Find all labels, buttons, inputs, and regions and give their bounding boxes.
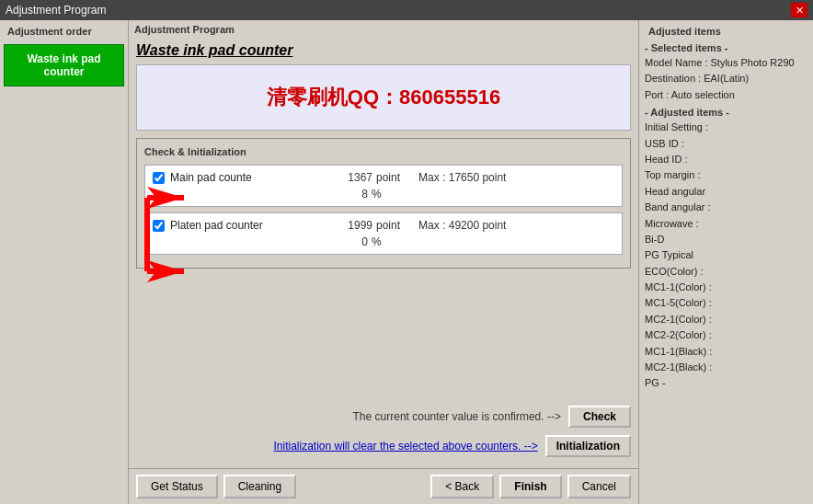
platen-pad-unit: point [376, 219, 400, 232]
initialization-button[interactable]: Initialization [545, 435, 631, 457]
platen-pad-counter-row: Platen pad counter 1999 point Max : 4920… [144, 212, 623, 255]
bi-d: Bi-D [645, 232, 807, 247]
adjusted-items-header: - Adjusted items - [645, 107, 807, 118]
platen-pad-value: 1999 [317, 219, 372, 232]
main-pad-unit: point [376, 171, 400, 184]
mc11-color: MC1-1(Color) : [645, 280, 807, 295]
usb-id: USB ID : [645, 136, 807, 152]
cancel-button[interactable]: Cancel [567, 475, 631, 498]
mc21-color: MC2-1(Color) : [645, 312, 807, 327]
init-area: Initialization will clear the selected a… [136, 435, 631, 457]
platen-pad-pct: 0 [313, 235, 368, 248]
band-angular: Band angular : [645, 200, 807, 215]
top-margin: Top margin : [645, 167, 807, 183]
check-init-section: Check & Initialization Main pad counte 1… [136, 138, 631, 269]
platen-pad-pct-unit: % [372, 235, 382, 248]
port: Port : Auto selection [645, 87, 807, 103]
main-pad-bottom: 8 % [153, 188, 614, 200]
mc22-color: MC2-2(Color) : [645, 327, 807, 343]
mc11-black: MC1-1(Black) : [645, 344, 807, 360]
pg: PG - [645, 375, 807, 391]
init-text: Initialization will clear the selected a… [274, 440, 538, 452]
center-panel-header: Adjustment Program [129, 20, 638, 39]
main-pad-counter-row: Main pad counte 1367 point Max : 17650 p… [144, 165, 623, 207]
title-bar: Adjustment Program ✕ [0, 0, 813, 20]
page-title: Waste ink pad counter [136, 42, 292, 58]
platen-pad-bottom: 0 % [153, 235, 614, 248]
mc21-black: MC2-1(Black) : [645, 360, 807, 375]
model-name: Model Name : Stylus Photo R290 [645, 55, 807, 71]
left-panel-title: Adjustment order [4, 24, 124, 39]
main-pad-max: Max : 17650 point [418, 171, 506, 184]
confirm-area: The current counter value is confirmed. … [136, 402, 631, 431]
check-button[interactable]: Check [568, 406, 631, 428]
banner-area: 清零刷机QQ：860655516 [136, 64, 631, 131]
close-button[interactable]: ✕ [791, 3, 807, 17]
mc15-color: MC1-5(Color) : [645, 295, 807, 311]
head-angular: Head angular [645, 184, 807, 200]
destination: Destination : EAI(Latin) [645, 71, 807, 86]
sidebar-item-waste-ink[interactable]: Waste ink pad counter [4, 44, 124, 86]
banner-text: 清零刷机QQ：860655516 [267, 86, 500, 109]
pg-typical: PG Typical [645, 247, 807, 263]
section-legend: Check & Initialization [144, 146, 623, 157]
main-pad-label: Main pad counte [170, 171, 317, 184]
main-pad-pct: 8 [313, 188, 368, 200]
bottom-buttons: Get Status Cleaning < Back Finish Cancel [129, 468, 638, 504]
confirm-text: The current counter value is confirmed. … [353, 410, 561, 423]
selected-items-header: - Selected items - [645, 42, 807, 53]
main-pad-top: Main pad counte 1367 point Max : 17650 p… [153, 171, 614, 184]
center-content: Waste ink pad counter 清零刷机QQ：860655516 C… [129, 39, 638, 468]
platen-pad-label: Platen pad counter [170, 219, 317, 232]
main-pad-value: 1367 [317, 171, 372, 184]
main-pad-checkbox[interactable] [153, 172, 165, 184]
center-panel: Adjustment Program Waste ink pad counter… [129, 20, 638, 504]
right-panel-title: Adjusted items [645, 24, 807, 39]
platen-pad-checkbox[interactable] [153, 220, 165, 232]
get-status-button[interactable]: Get Status [136, 475, 218, 498]
right-panel: Adjusted items - Selected items - Model … [638, 20, 813, 504]
cleaning-button[interactable]: Cleaning [223, 475, 296, 498]
eco-color: ECO(Color) : [645, 264, 807, 280]
back-button[interactable]: < Back [430, 475, 494, 498]
left-panel: Adjustment order Waste ink pad counter [0, 20, 129, 504]
head-id: Head ID : [645, 152, 807, 167]
main-layout: Adjustment order Waste ink pad counter A… [0, 20, 813, 504]
microwave: Microwave : [645, 216, 807, 232]
initial-setting: Initial Setting : [645, 120, 807, 135]
platen-pad-top: Platen pad counter 1999 point Max : 4920… [153, 219, 614, 232]
finish-button[interactable]: Finish [499, 475, 561, 498]
title-bar-label: Adjustment Program [6, 4, 106, 17]
platen-pad-max: Max : 49200 point [418, 219, 506, 232]
main-pad-pct-unit: % [372, 188, 382, 200]
